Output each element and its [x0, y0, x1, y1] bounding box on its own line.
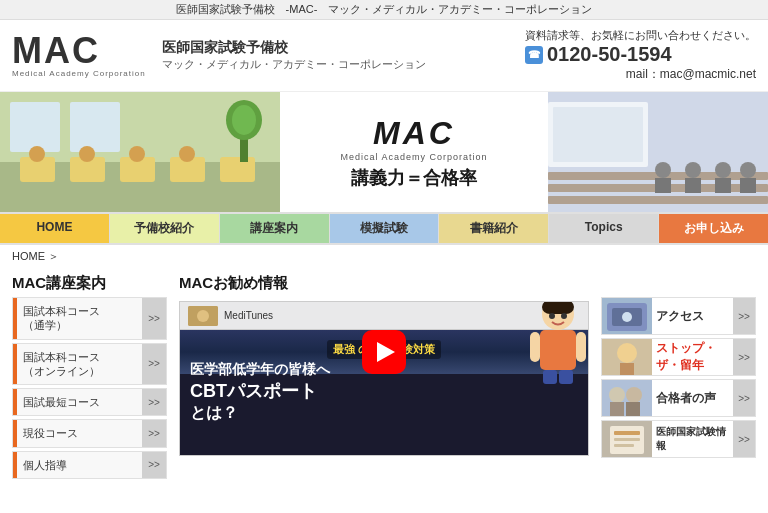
svg-point-50 — [626, 387, 642, 403]
svg-rect-56 — [614, 438, 640, 441]
svg-rect-21 — [548, 196, 768, 204]
svg-point-24 — [715, 162, 731, 178]
svg-rect-37 — [530, 332, 540, 362]
sidebar-item-4[interactable]: 個人指導 >> — [12, 451, 167, 479]
svg-point-10 — [79, 146, 95, 162]
svg-point-44 — [622, 312, 632, 322]
svg-point-46 — [617, 343, 637, 363]
svg-point-35 — [561, 313, 567, 319]
mail-address: mail：mac@macmic.net — [525, 66, 756, 83]
sidebar-label-0: 国試本科コース（通学） — [17, 298, 142, 339]
right-item-0[interactable]: アクセス >> — [601, 297, 756, 335]
sidebar-item-1[interactable]: 国試本科コース（オンライン） >> — [12, 343, 167, 386]
video-thumbnail-mini — [188, 306, 218, 326]
nav-item-shoseki[interactable]: 書籍紹介 — [439, 214, 549, 243]
breadcrumb: HOME ＞ — [0, 245, 768, 268]
svg-rect-57 — [614, 444, 634, 447]
main-content: MAC講座案内 国試本科コース（通学） >> 国試本科コース（オンライン） >>… — [0, 268, 768, 482]
svg-rect-36 — [540, 330, 576, 370]
svg-point-22 — [655, 162, 671, 178]
svg-rect-52 — [626, 402, 640, 417]
svg-point-34 — [549, 313, 555, 319]
sidebar-item-3[interactable]: 現役コース >> — [12, 419, 167, 447]
nav-item-mogi[interactable]: 模擬試験 — [330, 214, 440, 243]
logo-area: MAC Medical Academy Corporation — [12, 33, 146, 78]
svg-rect-51 — [610, 402, 624, 417]
svg-point-23 — [685, 162, 701, 178]
sidebar-arrow-3: >> — [142, 420, 166, 446]
video-container[interactable]: MediTunes 最強 のCBT試験対策 医学部低学年の皆様へ CBTパスポー… — [179, 301, 589, 456]
contact-label: 資料請求等、お気軽にお問い合わせください。 — [525, 28, 756, 43]
breadcrumb-home[interactable]: HOME — [12, 250, 45, 262]
svg-rect-39 — [543, 370, 557, 384]
right-item-img-goukaku — [602, 380, 652, 416]
svg-rect-40 — [559, 370, 573, 384]
right-item-arrow-1: >> — [733, 339, 755, 375]
right-item-arrow-2: >> — [733, 380, 755, 416]
video-top-bar: MediTunes — [180, 302, 588, 330]
nav-item-kouza[interactable]: 講座案内 — [220, 214, 330, 243]
hero-tagline: 講義力＝合格率 — [351, 166, 477, 190]
video-text3: とは？ — [190, 403, 330, 424]
svg-point-49 — [609, 387, 625, 403]
right-item-arrow-3: >> — [733, 421, 755, 457]
sidebar-item-0[interactable]: 国試本科コース（通学） >> — [12, 297, 167, 340]
header-contact: 資料請求等、お気軽にお問い合わせください。 ☎ 0120-50-1594 mai… — [525, 28, 756, 83]
right-item-1[interactable]: ストップ・ザ・留年 >> — [601, 338, 756, 376]
header-title-sub: マック・メディカル・アカデミー・コーポレーション — [162, 57, 426, 72]
svg-rect-38 — [576, 332, 586, 362]
navbar: HOME 予備校紹介 講座案内 模擬試験 書籍紹介 Topics お申し込み — [0, 212, 768, 245]
video-play-button[interactable] — [362, 330, 406, 374]
sidebar-arrow-1: >> — [142, 344, 166, 385]
right-item-label-3: 医師国家試験情報 — [652, 421, 733, 457]
hero-banner: MAC Medical Academy Corporation 講義力＝合格率 — [0, 92, 768, 212]
video-top-title: MediTunes — [224, 310, 273, 321]
svg-rect-2 — [10, 102, 60, 152]
sidebar-arrow-0: >> — [142, 298, 166, 339]
right-item-label-0: アクセス — [652, 298, 733, 334]
center-content: MACお勧め情報 MediTunes 最強 のCBT試験対策 医学部低学年の皆様… — [179, 268, 589, 482]
right-item-2[interactable]: 合格者の声 >> — [601, 379, 756, 417]
right-item-arrow-0: >> — [733, 298, 755, 334]
right-item-label-1: ストップ・ザ・留年 — [652, 339, 733, 375]
svg-point-12 — [179, 146, 195, 162]
svg-rect-26 — [655, 178, 671, 193]
nav-item-topics[interactable]: Topics — [549, 214, 659, 243]
svg-point-31 — [197, 310, 209, 322]
hero-right-image — [548, 92, 768, 212]
sidebar-item-2[interactable]: 国試最短コース >> — [12, 388, 167, 416]
svg-rect-33 — [542, 301, 574, 314]
nav-item-yobikou[interactable]: 予備校紹介 — [110, 214, 220, 243]
header-title: 医師国家試験予備校 マック・メディカル・アカデミー・コーポレーション — [162, 39, 426, 72]
header-title-main: 医師国家試験予備校 — [162, 39, 426, 57]
video-text-block: 医学部低学年の皆様へ CBTパスポート とは？ — [190, 360, 330, 424]
nav-item-moushikomi[interactable]: お申し込み — [659, 214, 768, 243]
svg-rect-55 — [614, 431, 640, 435]
video-text2: CBTパスポート — [190, 380, 330, 403]
logo-sub: Medical Academy Corporation — [12, 69, 146, 78]
sidebar-label-3: 現役コース — [17, 420, 142, 446]
right-item-3[interactable]: 医師国家試験情報 >> — [601, 420, 756, 458]
svg-point-15 — [232, 105, 256, 135]
phone-digits: 0120-50-1594 — [547, 43, 672, 66]
svg-rect-8 — [220, 157, 255, 182]
breadcrumb-separator: ＞ — [48, 250, 59, 262]
sidebar-arrow-2: >> — [142, 389, 166, 415]
header: MAC Medical Academy Corporation 医師国家試験予備… — [0, 20, 768, 92]
sidebar-label-1: 国試本科コース（オンライン） — [17, 344, 142, 385]
svg-rect-18 — [553, 107, 643, 162]
play-icon — [377, 342, 395, 362]
svg-point-25 — [740, 162, 756, 178]
nav-item-home[interactable]: HOME — [0, 214, 110, 243]
center-title: MACお勧め情報 — [179, 268, 589, 301]
phone-number: ☎ 0120-50-1594 — [525, 43, 756, 66]
video-text1: 医学部低学年の皆様へ — [190, 360, 330, 380]
svg-point-9 — [29, 146, 45, 162]
right-item-label-2: 合格者の声 — [652, 380, 733, 416]
right-item-img-access — [602, 298, 652, 334]
svg-rect-3 — [70, 102, 120, 152]
sidebar-label-4: 個人指導 — [17, 452, 142, 478]
phone-icon: ☎ — [525, 46, 543, 64]
topbar-text: 医師国家試験予備校 -MAC- マック・メディカル・アカデミー・コーポレーション — [176, 3, 593, 15]
svg-point-11 — [129, 146, 145, 162]
